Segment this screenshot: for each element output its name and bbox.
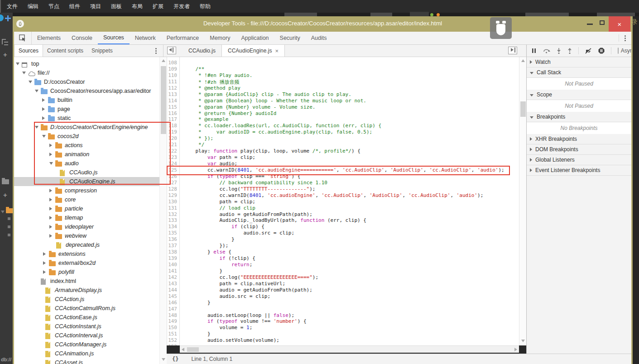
code-editor[interactable]: /** * !#en Play audio. * !#zh 播放音频 * @me… bbox=[180, 57, 519, 345]
code-line[interactable]: volume = 1; bbox=[183, 325, 519, 331]
line-number[interactable]: 144 bbox=[167, 287, 179, 293]
code-line[interactable]: audio = getAudioFromPath(path); bbox=[183, 287, 519, 293]
code-line[interactable]: * }); bbox=[183, 135, 519, 142]
code-line[interactable]: if (clip) { bbox=[183, 224, 519, 230]
tree-expanded-arrow-icon[interactable] bbox=[22, 72, 26, 74]
tree-collapsed-arrow-icon[interactable] bbox=[49, 189, 52, 192]
line-number[interactable]: 139 bbox=[167, 255, 179, 262]
line-number[interactable]: 152 bbox=[167, 337, 179, 344]
code-line[interactable]: return; bbox=[183, 262, 519, 268]
code-line[interactable] bbox=[183, 306, 519, 312]
scroll-down-arrow[interactable] bbox=[162, 358, 165, 361]
tree-item[interactable]: ArmatureDisplay.js bbox=[14, 286, 159, 295]
close-button[interactable]: × bbox=[609, 16, 630, 32]
code-line[interactable]: * @example bbox=[183, 116, 519, 123]
line-number[interactable]: 114 bbox=[167, 98, 179, 104]
close-tab-icon[interactable]: × bbox=[275, 48, 279, 54]
code-horizontal-scrollbar[interactable] bbox=[180, 345, 519, 353]
sidebar-section-breakpoints[interactable]: Breakpoints bbox=[527, 112, 631, 122]
tree-item[interactable]: static bbox=[14, 114, 159, 123]
assets-expand-icon[interactable] bbox=[1, 211, 5, 213]
scroll-up-arrow[interactable] bbox=[162, 59, 165, 62]
code-line[interactable]: * @param {AudioClip} clip - The audio cl… bbox=[183, 91, 519, 98]
navigator-tab-sources[interactable]: Sources bbox=[14, 45, 43, 57]
code-line[interactable]: /** bbox=[183, 66, 519, 72]
tree-item[interactable]: builtin bbox=[14, 96, 159, 105]
menu-item[interactable]: 扩展 bbox=[148, 3, 168, 10]
line-number[interactable]: 138 bbox=[167, 249, 179, 255]
sidebar-section-xhr-breakpoints[interactable]: XHR Breakpoints bbox=[527, 134, 631, 144]
code-line[interactable]: audio.src = clip; bbox=[183, 230, 519, 236]
tool-circle-icon[interactable] bbox=[0, 14, 4, 21]
pause-script-button[interactable] bbox=[531, 48, 537, 53]
tree-item[interactable]: CCActionInterval.js bbox=[14, 331, 159, 340]
tree-item[interactable]: CCActionManager.js bbox=[14, 340, 159, 349]
line-number[interactable]: 153 bbox=[167, 344, 179, 345]
line-number[interactable]: 129 bbox=[167, 192, 179, 199]
navigator-menu-button[interactable] bbox=[150, 48, 162, 54]
code-line[interactable]: cc.log("TTTTTTTT-------------"); bbox=[183, 186, 519, 192]
code-line[interactable]: // load clip bbox=[183, 205, 519, 211]
tree-item[interactable]: core bbox=[14, 195, 159, 204]
step-into-button[interactable] bbox=[557, 48, 561, 54]
minimize-button[interactable] bbox=[587, 24, 593, 25]
line-number[interactable]: 142 bbox=[167, 274, 179, 281]
tab-audits[interactable]: Audits bbox=[306, 32, 332, 44]
tree-collapsed-arrow-icon[interactable] bbox=[49, 234, 52, 238]
line-number[interactable]: 136 bbox=[167, 236, 179, 243]
line-number[interactable]: 147 bbox=[167, 306, 179, 312]
code-line[interactable]: } bbox=[183, 268, 519, 274]
code-line[interactable]: } bbox=[183, 331, 519, 337]
line-number[interactable]: 151 bbox=[167, 331, 179, 337]
code-vertical-scrollbar[interactable] bbox=[519, 57, 526, 345]
tree-collapsed-arrow-icon[interactable] bbox=[43, 261, 46, 265]
tree-scrollbar[interactable] bbox=[159, 57, 167, 364]
line-number[interactable]: 110 bbox=[167, 72, 179, 79]
menu-item[interactable]: 帮助 bbox=[195, 3, 216, 10]
tab-console[interactable]: Console bbox=[66, 32, 98, 44]
code-line[interactable]: }); bbox=[183, 243, 519, 249]
tree-item[interactable]: CCActionEase.js bbox=[14, 313, 159, 322]
line-number[interactable]: 113 bbox=[167, 91, 179, 98]
code-line[interactable]: if (typeof volume !== 'number') { bbox=[183, 318, 519, 325]
deactivate-breakpoints-button[interactable] bbox=[585, 48, 592, 54]
code-line[interactable]: path = clip; bbox=[183, 199, 519, 205]
code-line[interactable]: * !#en Play audio. bbox=[183, 72, 519, 79]
menu-item[interactable]: 项目 bbox=[85, 3, 106, 10]
tree-item[interactable]: CCAction.js bbox=[14, 295, 159, 304]
tree-collapsed-arrow-icon[interactable] bbox=[49, 198, 52, 201]
menu-item[interactable]: 文件 bbox=[2, 3, 23, 10]
scroll-left-arrow[interactable] bbox=[182, 348, 184, 351]
step-over-button[interactable] bbox=[543, 48, 550, 53]
tab-performance[interactable]: Performance bbox=[161, 32, 205, 44]
code-line[interactable] bbox=[183, 60, 519, 66]
sidebar-section-call-stack[interactable]: Call Stack bbox=[527, 67, 631, 78]
line-number[interactable]: 131 bbox=[167, 205, 179, 211]
line-number[interactable]: 108 bbox=[167, 60, 179, 66]
code-line[interactable]: */ bbox=[183, 142, 519, 148]
code-line[interactable]: * @param {Number} volume - Volume size. bbox=[183, 104, 519, 110]
tree-item[interactable]: CCActionCatmullRom.js bbox=[14, 304, 159, 313]
vscrollbar-thumb[interactable] bbox=[520, 101, 526, 117]
scroll-right-arrow[interactable] bbox=[514, 348, 517, 351]
menu-item[interactable]: 组件 bbox=[64, 3, 85, 10]
code-line[interactable]: * @method play bbox=[183, 85, 519, 91]
tree-collapsed-arrow-icon[interactable] bbox=[42, 107, 45, 111]
line-number[interactable]: 111 bbox=[167, 79, 179, 85]
line-number[interactable]: 140 bbox=[167, 262, 179, 268]
editor-tab-ccaudio.js[interactable]: CCAudio.js bbox=[183, 45, 221, 57]
tree-collapsed-arrow-icon[interactable] bbox=[43, 252, 46, 256]
navigator-tab-content-scripts[interactable]: Content scripts bbox=[43, 45, 87, 57]
code-line[interactable]: } bbox=[183, 236, 519, 243]
assets-root-folder-icon[interactable] bbox=[6, 208, 13, 213]
code-line[interactable]: * @return {Number} audioId bbox=[183, 110, 519, 117]
code-line[interactable]: } else { bbox=[183, 249, 519, 255]
tree-expanded-arrow-icon[interactable] bbox=[16, 62, 19, 65]
tree-item[interactable]: CCActionInstant.js bbox=[14, 322, 159, 331]
devtools-menu-button[interactable] bbox=[619, 32, 631, 44]
tree-collapsed-arrow-icon[interactable] bbox=[49, 207, 52, 211]
menu-item[interactable]: 节点 bbox=[43, 3, 64, 10]
tree-collapsed-arrow-icon[interactable] bbox=[42, 116, 45, 120]
expand-sidebar-icon[interactable] bbox=[508, 47, 517, 54]
menu-item[interactable]: 开发者 bbox=[168, 3, 195, 10]
